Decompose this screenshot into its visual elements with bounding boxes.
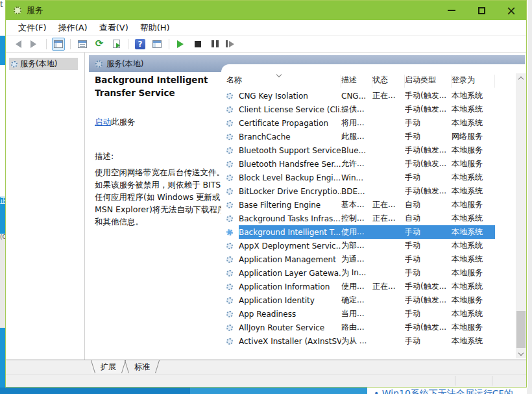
- cell-status: 正在...: [372, 90, 405, 101]
- cell-logon-as: 本地系统: [452, 281, 495, 292]
- cell-description: 为从 ...: [341, 336, 372, 347]
- toolbar-separator: [128, 39, 128, 49]
- menu-item[interactable]: 操作(A): [53, 20, 93, 36]
- table-row[interactable]: AppX Deployment Servic... 为部... 手动 本地系统: [221, 239, 515, 252]
- sort-descending-icon[interactable]: [277, 67, 282, 72]
- cell-name: BranchCache: [239, 132, 341, 142]
- cell-description: 将用...: [341, 117, 372, 129]
- table-row[interactable]: ActiveX Installer (AxInstSV) 为从 ... 手动 本…: [221, 334, 515, 348]
- help-icon: ?: [135, 39, 145, 49]
- column-header[interactable]: 描述: [341, 75, 372, 88]
- menu-item[interactable]: 帮助(H): [134, 20, 176, 36]
- start-service-link[interactable]: 启动: [95, 117, 111, 127]
- table-row[interactable]: BranchCache 此服... 手动 网络服务: [221, 130, 515, 143]
- cell-name: Application Information: [239, 282, 341, 291]
- cell-description: Blue...: [341, 146, 372, 155]
- menu-item[interactable]: 查看(V): [93, 20, 134, 36]
- vertical-scrollbar[interactable]: [516, 73, 526, 358]
- table-row[interactable]: Bluetooth Support Service Blue... 手动(触发.…: [221, 143, 515, 157]
- cell-name: Background Tasks Infras...: [239, 214, 341, 223]
- close-button[interactable]: ×: [496, 1, 526, 20]
- cell-description: 使用...: [341, 227, 372, 238]
- back-button[interactable]: [11, 38, 24, 51]
- scroll-down-button[interactable]: [516, 347, 526, 358]
- maximize-button[interactable]: [466, 1, 496, 20]
- row-icon-cell: [226, 120, 239, 127]
- refresh-button[interactable]: ⟳: [93, 38, 106, 51]
- background-bottom-strip: • Win10系统下无法全屏运行CF的: [0, 388, 532, 394]
- cell-startup-type: 手动(触发...: [405, 281, 452, 292]
- row-icon-cell: [226, 215, 239, 222]
- table-row[interactable]: Application Management 为通... 手动 本地系统: [221, 252, 515, 266]
- cell-logon-as: 网络服务: [452, 131, 495, 142]
- column-headers: 名称描述状态启动类型登录为: [221, 72, 515, 88]
- restart-service-button[interactable]: [225, 38, 238, 51]
- cell-description: 提供...: [341, 104, 372, 115]
- table-row[interactable]: AllJoyn Router Service 路由... 手动(触发... 本地…: [221, 321, 515, 334]
- row-icon-cell: [226, 325, 239, 331]
- minimize-button[interactable]: [437, 1, 466, 20]
- scroll-up-button[interactable]: [516, 73, 526, 84]
- scrollbar-thumb[interactable]: [516, 311, 526, 348]
- table-row[interactable]: CNG Key Isolation CNG... 正在... 手动(触发... …: [221, 89, 515, 103]
- services-gear-icon: [14, 6, 21, 14]
- table-row[interactable]: App Readiness 当用... 手动 本地系统: [221, 307, 515, 321]
- cell-description: 当用...: [341, 308, 372, 319]
- help-button[interactable]: ?: [134, 38, 147, 51]
- table-row[interactable]: Base Filtering Engine 基本... 正在... 自动 本地服…: [221, 198, 515, 212]
- background-blue-block: [0, 328, 5, 388]
- cell-logon-as: 本地服务: [452, 295, 495, 306]
- service-gear-icon: [226, 215, 233, 222]
- table-row[interactable]: Certificate Propagation 将用... 手动 本地系统: [221, 116, 515, 130]
- service-gear-icon: [226, 325, 233, 331]
- export-list-button[interactable]: [110, 38, 123, 51]
- stop-service-button[interactable]: [191, 38, 204, 51]
- stop-service-icon: [195, 41, 201, 47]
- row-icon-cell: [226, 93, 239, 99]
- background-right-sliver: [528, 0, 532, 388]
- tree-item-services-local[interactable]: 服务(本地): [9, 58, 78, 70]
- pause-service-button[interactable]: [208, 38, 221, 51]
- column-header[interactable]: 启动类型: [405, 75, 452, 88]
- cell-description: 允许...: [341, 158, 372, 169]
- cell-description: 路由...: [341, 322, 372, 333]
- column-header[interactable]: 登录为: [452, 75, 495, 88]
- forward-button[interactable]: [28, 38, 41, 51]
- title-bar[interactable]: 服务 ×: [6, 1, 526, 20]
- table-row[interactable]: Client License Service (Cli... 提供... 手动(…: [221, 103, 515, 116]
- show-console-tree-button[interactable]: [52, 38, 65, 51]
- toolbar-separator: [169, 39, 169, 49]
- cell-startup-type: 手动: [405, 172, 452, 183]
- cell-name: Background Intelligent T...: [239, 228, 341, 237]
- cell-description: 为 In...: [341, 267, 372, 278]
- table-row[interactable]: Application Identity 确定... 手动(触发... 本地服务: [221, 293, 515, 307]
- column-header[interactable]: 名称: [226, 75, 341, 88]
- chevron-down-icon: [518, 350, 524, 355]
- cell-name: Base Filtering Engine: [239, 201, 341, 210]
- table-row[interactable]: Application Layer Gatewa... 为 In... 手动 本…: [221, 266, 515, 280]
- cell-startup-type: 手动(触发...: [405, 90, 452, 101]
- cell-startup-type: 手动(触发...: [405, 295, 452, 306]
- table-row[interactable]: Bluetooth Handsfree Ser... 允许... 手动(触发..…: [221, 157, 515, 171]
- background-link: • Win10系统下无法全屏运行CF的: [374, 388, 513, 394]
- view-tab[interactable]: 标准: [125, 360, 159, 373]
- cell-startup-type: 手动(触发...: [405, 322, 452, 333]
- cell-startup-type: 手动: [405, 254, 452, 265]
- properties-button[interactable]: [76, 38, 89, 51]
- table-row[interactable]: Background Intelligent T... 使用... 手动 本地系…: [221, 225, 515, 239]
- cell-description: BDE...: [341, 187, 372, 196]
- table-row[interactable]: Block Level Backup Engi... Win... 手动 本地系…: [221, 171, 515, 184]
- show-action-pane-button[interactable]: [151, 38, 163, 51]
- view-tab[interactable]: 扩展: [91, 360, 125, 373]
- table-row[interactable]: BitLocker Drive Encryptio... BDE... 手动(触…: [221, 184, 515, 198]
- menu-item[interactable]: 文件(F): [12, 20, 53, 36]
- cell-name: Bluetooth Handsfree Ser...: [239, 160, 341, 169]
- start-service-button[interactable]: [175, 38, 187, 51]
- services-gear-icon: [11, 61, 18, 68]
- cell-name: Application Management: [239, 255, 341, 264]
- service-gear-icon: [226, 106, 233, 113]
- description-line: 如果该服务被禁用，则依赖于 BITS 的: [95, 179, 228, 191]
- column-header[interactable]: 状态: [372, 75, 405, 88]
- table-row[interactable]: Background Tasks Infras... 控制... 正在... 自…: [221, 212, 515, 225]
- table-row[interactable]: Application Information 使用... 正在... 手动(触…: [221, 280, 515, 293]
